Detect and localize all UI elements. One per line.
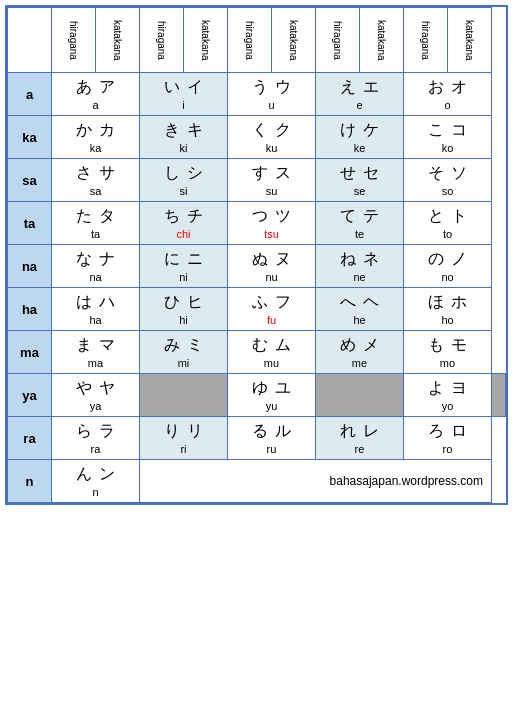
kana-cell-ha-4: ほ ホ ho [404, 288, 492, 331]
kana-cell-ra-0: ら ラ ra [52, 417, 140, 460]
row-label-ra: ra [8, 417, 52, 460]
header-hiragana-3: hiragana [228, 8, 272, 73]
website-credit: bahasajapan.wordpress.com [140, 460, 492, 503]
kana-cell-ra-1: り リ ri [140, 417, 228, 460]
kana-cell-ka-2: く ク ku [228, 116, 316, 159]
kana-cell-n: ん ン n [52, 460, 140, 503]
kana-cell-ma-2: む ム mu [228, 331, 316, 374]
kana-cell-ma-4: も モ mo [404, 331, 492, 374]
kana-cell-ya: や ヤ ya [52, 374, 140, 417]
corner-cell [8, 8, 52, 73]
row-label-ka: ka [8, 116, 52, 159]
kana-cell-gray-ya1 [140, 374, 228, 417]
row-label-sa: sa [8, 159, 52, 202]
kana-cell-ta-3: て テ te [316, 202, 404, 245]
header-hiragana-1: hiragana [52, 8, 96, 73]
kana-cell-a-3: え エ e [316, 73, 404, 116]
kana-cell-ma-0: ま マ ma [52, 331, 140, 374]
kana-cell-a-2: う ウ u [228, 73, 316, 116]
kana-cell-ma-3: め メ me [316, 331, 404, 374]
header-hiragana-5: hiragana [404, 8, 448, 73]
row-label-a: a [8, 73, 52, 116]
kana-cell-ra-4: ろ ロ ro [404, 417, 492, 460]
kana-cell-gray-ya3 [492, 374, 506, 417]
kana-cell-yu: ゆ ユ yu [228, 374, 316, 417]
kana-cell-ta-2: つ ツ tsu [228, 202, 316, 245]
kana-cell-sa-4: そ ソ so [404, 159, 492, 202]
kana-cell-na-4: の ノ no [404, 245, 492, 288]
header-katakana-4: katakana [360, 8, 404, 73]
kana-cell-ha-2: ふ フ fu [228, 288, 316, 331]
header-katakana-3: katakana [272, 8, 316, 73]
header-hiragana-2: hiragana [140, 8, 184, 73]
header-katakana-2: katakana [184, 8, 228, 73]
kana-cell-gray-ya2 [316, 374, 404, 417]
row-label-ta: ta [8, 202, 52, 245]
kana-cell-na-1: に ニ ni [140, 245, 228, 288]
kana-cell-ta-4: と ト to [404, 202, 492, 245]
kana-cell-na-0: な ナ na [52, 245, 140, 288]
row-label-ha: ha [8, 288, 52, 331]
kana-cell-ha-0: は ハ ha [52, 288, 140, 331]
kana-cell-ka-3: け ケ ke [316, 116, 404, 159]
kana-cell-a-1: い イ i [140, 73, 228, 116]
kana-table: hiragana katakana hiragana katakana hira… [5, 5, 508, 505]
kana-cell-na-2: ぬ ヌ nu [228, 245, 316, 288]
row-label-n: n [8, 460, 52, 503]
kana-cell-sa-0: さ サ sa [52, 159, 140, 202]
kana-cell-ta-1: ち チ chi [140, 202, 228, 245]
row-label-ya: ya [8, 374, 52, 417]
kana-cell-ra-2: る ル ru [228, 417, 316, 460]
kana-cell-ha-1: ひ ヒ hi [140, 288, 228, 331]
kana-cell-ka-1: き キ ki [140, 116, 228, 159]
kana-cell-ka-4: こ コ ko [404, 116, 492, 159]
kana-cell-sa-2: す ス su [228, 159, 316, 202]
kana-cell-yo: よ ヨ yo [404, 374, 492, 417]
kana-cell-a-4: お オ o [404, 73, 492, 116]
kana-cell-sa-3: せ セ se [316, 159, 404, 202]
kana-cell-ka-0: か カ ka [52, 116, 140, 159]
header-katakana-1: katakana [96, 8, 140, 73]
kana-cell-ta-0: た タ ta [52, 202, 140, 245]
kana-cell-ma-1: み ミ mi [140, 331, 228, 374]
kana-cell-na-3: ね ネ ne [316, 245, 404, 288]
kana-cell-ha-3: へ ヘ he [316, 288, 404, 331]
row-label-ma: ma [8, 331, 52, 374]
header-hiragana-4: hiragana [316, 8, 360, 73]
row-label-na: na [8, 245, 52, 288]
header-katakana-5: katakana [448, 8, 492, 73]
kana-cell-sa-1: し シ si [140, 159, 228, 202]
kana-cell-a-0: あ ア a [52, 73, 140, 116]
kana-cell-ra-3: れ レ re [316, 417, 404, 460]
